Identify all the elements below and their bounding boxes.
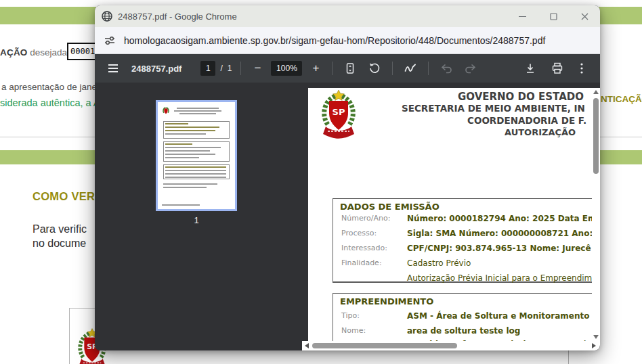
field-value: Sigla: SMA Número: 000000008721 Ano: 202 — [407, 229, 593, 238]
fit-to-page-button[interactable] — [341, 60, 359, 77]
field-label: Processo: — [341, 229, 377, 237]
sp-coat-of-arms-logo: SP — [317, 89, 360, 143]
field-value: ASM - Área de Soltura e Monitoramento de… — [407, 311, 593, 321]
print-icon — [551, 62, 563, 74]
zoom-level-value[interactable]: 100% — [271, 61, 302, 76]
scroll-up-arrow-icon[interactable] — [593, 90, 599, 94]
pdf-favicon-globe-icon — [102, 11, 112, 22]
address-bar[interactable]: homologacaosigam.ambiente.sp.gov.br/siga… — [95, 27, 600, 54]
close-button[interactable] — [569, 5, 600, 27]
doc-header-line-3: COORDENADORIA DE F. — [467, 115, 586, 126]
section-title: DADOS DE EMISSÃO — [340, 202, 440, 212]
hamburger-menu-icon — [108, 64, 119, 73]
thumbnail-page-number: 1 — [156, 215, 237, 225]
field-label: Finalidade: — [341, 258, 382, 267]
authentication-label-strong: AÇÃO — [0, 47, 28, 58]
more-options-button[interactable] — [573, 60, 591, 77]
pdf-page: SP GOVERNO DO ESTADO SECRETARIA DE MEIO … — [308, 88, 593, 341]
pen-squiggle-icon — [404, 63, 417, 74]
rotate-button[interactable] — [366, 60, 383, 77]
scroll-down-arrow-icon[interactable] — [593, 335, 599, 339]
doc-header-line-1: GOVERNO DO ESTADO — [458, 91, 584, 103]
section-title: EMPREENDIMENTO — [340, 296, 433, 306]
scroll-right-arrow-icon[interactable] — [592, 343, 596, 348]
rotate-counterclockwise-icon — [368, 62, 381, 74]
zoom-out-button[interactable]: − — [250, 62, 265, 75]
page-total: 1 — [228, 64, 232, 73]
page-number-input[interactable]: 1 — [200, 61, 215, 76]
pdf-viewer-toolbar: 2488757.pdf 1 / 1 − 100% + — [95, 54, 600, 83]
horizontal-scroll-thumb[interactable] — [312, 343, 457, 348]
toolbar-divider — [392, 62, 393, 75]
vertical-scrollbar[interactable] — [592, 88, 600, 341]
vertical-scroll-thumb[interactable] — [593, 98, 599, 174]
site-settings-tune-icon — [104, 35, 116, 47]
field-value: area de soltura teste log — [407, 326, 520, 336]
doc-header-line-4: AUTORIZAÇÃO — [505, 127, 576, 137]
page-separator: / — [220, 64, 222, 73]
field-label: Nome: — [341, 326, 366, 335]
undo-button[interactable] — [437, 60, 455, 77]
page-thumbnail[interactable] — [156, 100, 237, 211]
minimize-icon — [519, 13, 526, 20]
field-label: Tipo: — [341, 311, 360, 320]
url-text[interactable]: homologacaosigam.ambiente.sp.gov.br/siga… — [124, 35, 545, 46]
svg-text:SP: SP — [333, 107, 345, 117]
redo-button[interactable] — [462, 60, 479, 77]
info-text-line: a apresentação de janela — [1, 82, 104, 92]
how-to-verify-heading: COMO VER — [33, 190, 95, 203]
maximize-button[interactable] — [538, 5, 569, 27]
download-icon — [524, 62, 536, 74]
authentication-label-rest: desejada: — [28, 47, 70, 58]
field-label: Interessado: — [341, 244, 387, 252]
undo-icon — [440, 63, 452, 74]
zoom-in-button[interactable]: + — [308, 62, 323, 75]
annotate-button[interactable] — [402, 60, 419, 77]
chrome-pdf-window: 2488757.pdf - Google Chrome homologacaos… — [95, 5, 600, 350]
close-icon — [581, 13, 588, 20]
download-button[interactable] — [521, 60, 539, 77]
horizontal-scrollbar[interactable] — [302, 341, 600, 350]
doc-header-line-2: SECRETARIA DE MEIO AMBIENTE, IN — [402, 103, 585, 114]
toolbar-divider — [428, 62, 429, 75]
authentication-heading-fragment: NTICAÇÃO — [601, 94, 642, 104]
field-value: Número: 0000182794 Ano: 2025 Data Emiss — [407, 214, 593, 223]
authentic-note-text: siderada autêntica, a A — [0, 97, 100, 108]
field-value: Cadastro Prévio — [407, 258, 471, 268]
redo-icon — [465, 63, 477, 74]
thumbnail-logo — [162, 106, 170, 116]
field-value: CPF/CNPJ: 903.874.965-13 Nome: Jurecê Ma — [407, 244, 593, 253]
pdf-filename: 2488757.pdf — [131, 64, 181, 74]
window-title: 2488757.pdf - Google Chrome — [118, 12, 237, 22]
dados-de-emissao-section: DADOS DE EMISSÃO Número/Ano: Número: 000… — [333, 198, 593, 283]
window-title-bar[interactable]: 2488757.pdf - Google Chrome — [95, 5, 600, 27]
toolbar-divider — [332, 62, 333, 75]
maximize-icon — [550, 13, 557, 20]
pdf-viewer-area: 1 SP GOVERNO DO ESTADO SECRETARIA DE MEI… — [95, 83, 600, 350]
empreendimento-section: EMPREENDIMENTO Tipo: ASM - Área de Soltu… — [333, 293, 593, 341]
paragraph-line-2: no docume — [33, 237, 86, 250]
scroll-left-arrow-icon[interactable] — [305, 343, 309, 348]
minimize-button[interactable] — [507, 5, 538, 27]
authentication-label: AÇÃO desejada: — [0, 47, 70, 58]
field-value: Autorização Prévia Inicial para o Empree… — [407, 273, 593, 283]
toolbar-divider — [240, 62, 241, 75]
fit-to-page-icon — [344, 62, 356, 74]
field-label: Número/Ano: — [341, 214, 390, 223]
menu-button[interactable] — [104, 60, 122, 77]
three-dot-menu-icon — [580, 63, 583, 74]
print-button[interactable] — [549, 60, 566, 77]
paragraph-line-1: Para verific — [33, 223, 87, 235]
